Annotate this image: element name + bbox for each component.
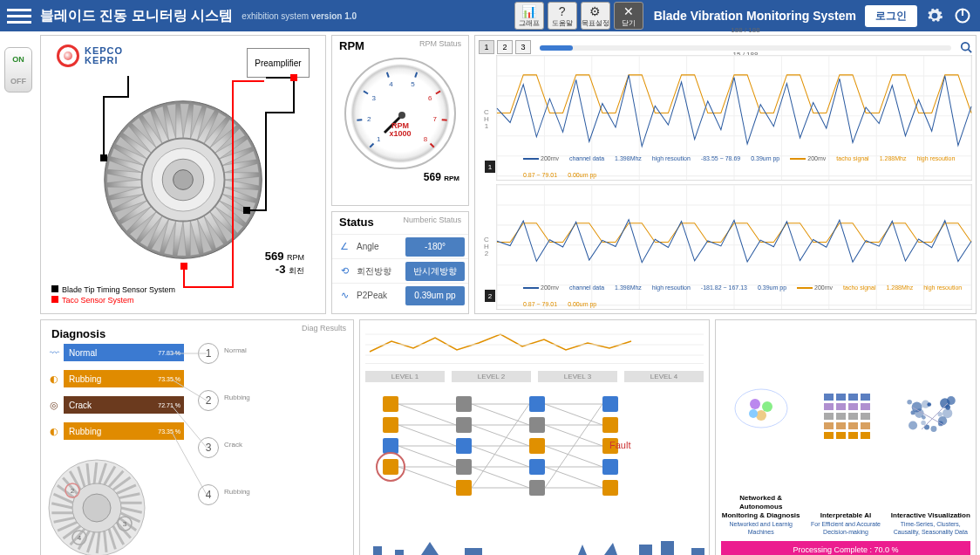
logo-icon [57,45,79,67]
waveform-panel: 123 188 / 188 15 / 188 CH1CH2 1 200mv ch… [474,35,977,314]
diagnosis-item[interactable]: ◐ Rubbing73.35 % [44,368,184,389]
svg-point-98 [83,494,111,522]
mini-turbine: 2 3 4 [44,456,149,555]
svg-point-192 [922,421,926,425]
svg-point-197 [908,400,913,405]
diagnosis-item[interactable]: 〰 Normal77.83 % [44,342,184,363]
svg-rect-157 [602,459,618,475]
svg-rect-115 [383,417,398,433]
svg-rect-118 [383,438,398,454]
flow-diagram: Fault [365,387,704,501]
status-label: P2Peak [357,291,405,300]
progress-text-top: 188 / 188 [731,26,759,34]
peak-icon: ∿ [332,290,357,301]
info-column: Interpretable AI For Efficient and Accur… [806,325,885,536]
svg-rect-139 [529,396,545,412]
svg-rect-165 [824,394,834,401]
menu-button[interactable] [7,3,31,28]
close-icon[interactable]: ✕닫기 [614,2,643,30]
svg-point-28 [962,43,970,51]
app-header: 블레이드 진동 모니터링 시스템 exhibition system versi… [0,0,980,31]
info-title: Networked & Autonomous Monitoring & Diag… [721,494,800,519]
gear-icon[interactable]: ⚙목표설정 [581,2,610,30]
app-title-kr: 블레이드 진동 모니터링 시스템 [40,7,233,25]
svg-point-163 [756,410,766,421]
waveform-plot-1[interactable]: 1 200mv channel data1.398Mhz high resout… [496,55,972,181]
status-row: ∠ Angle -180° [332,234,468,258]
svg-rect-172 [861,403,870,410]
status-label: Angle [357,242,405,251]
diagnosis-item[interactable]: ◐ Rubbing73.35 % [44,421,184,442]
svg-rect-177 [824,422,834,429]
diag-icon: ◎ [44,395,64,415]
diag-icon: ◐ [44,369,64,388]
diag-number: 2 [198,390,219,411]
diagnosis-sub: Diag Results [302,324,346,332]
rotation-icon: ⟲ [332,265,357,277]
svg-rect-148 [529,459,545,475]
svg-line-134 [472,467,529,488]
status-row: ∿ P2Peak 0.39um pp [332,283,468,307]
waveform-legend: 200mv channel data1.398Mhz high resoutio… [523,284,963,307]
info-subtitle: Networked and Learnig Machines [721,521,800,536]
turbine-illustration [100,97,266,263]
waveform-plot-2[interactable]: 2 200mv channel data1.398Mhz high resout… [496,184,972,310]
svg-text:6: 6 [428,94,432,102]
svg-line-25 [431,144,434,147]
power-toggle[interactable]: ON OFF [4,47,32,92]
diag-bar: Rubbing73.35 % [64,422,184,440]
svg-line-11 [370,144,373,147]
svg-point-193 [922,415,926,420]
power-icon[interactable] [952,5,973,26]
status-label: 회전방향 [357,265,405,278]
svg-rect-184 [861,432,870,439]
page-button-2[interactable]: 2 [497,40,513,54]
flow-level: LEVEL 1 [365,371,445,382]
svg-rect-183 [848,432,858,439]
waveform-legend: 200mv channel data1.398Mhz high resoutio… [523,155,963,178]
svg-line-149 [545,467,602,488]
svg-point-191 [924,425,929,430]
svg-rect-142 [529,417,545,433]
svg-point-201 [928,402,932,407]
page-button-1[interactable]: 1 [479,40,494,54]
svg-point-164 [749,409,758,418]
search-icon[interactable] [960,41,972,53]
svg-rect-151 [529,480,545,496]
gauge-label: RPMx1000 [389,122,411,138]
svg-rect-180 [861,422,870,429]
svg-rect-158 [602,480,618,496]
svg-point-160 [735,389,787,428]
svg-text:4: 4 [78,534,82,542]
question-icon[interactable]: ?도움말 [548,2,577,30]
svg-point-202 [940,399,950,409]
status-value: -180° [405,237,465,257]
svg-line-143 [545,425,602,446]
svg-rect-182 [836,432,846,439]
flow-level: LEVEL 2 [452,371,531,382]
svg-text:5: 5 [411,80,415,88]
diag-bar: Rubbing73.35 % [64,370,184,387]
diagnosis-item[interactable]: ◎ Crack72.71 % [44,394,184,415]
svg-rect-130 [456,438,472,454]
svg-rect-167 [848,394,858,401]
svg-rect-174 [836,413,846,420]
chart-icon[interactable]: 📊그래프 [514,2,544,30]
city-silhouette [360,538,709,555]
svg-line-19 [415,72,417,78]
page-button-3[interactable]: 3 [515,40,531,54]
svg-point-198 [909,421,917,430]
kepco-logo: KEPCOKEPRI [57,45,123,67]
svg-rect-127 [456,417,472,433]
settings-icon[interactable] [924,5,945,26]
info-illustration [891,325,970,508]
svg-point-162 [762,401,772,412]
progress-bar[interactable] [540,45,951,51]
login-button[interactable]: 로그인 [865,5,917,27]
svg-point-185 [931,426,937,432]
rpm-sub: RPM Status [419,39,461,48]
svg-text:4: 4 [389,80,393,88]
mini-line-chart [365,325,704,364]
rpm-value: 569 RPM [332,169,468,187]
fault-label: Fault [609,440,630,450]
